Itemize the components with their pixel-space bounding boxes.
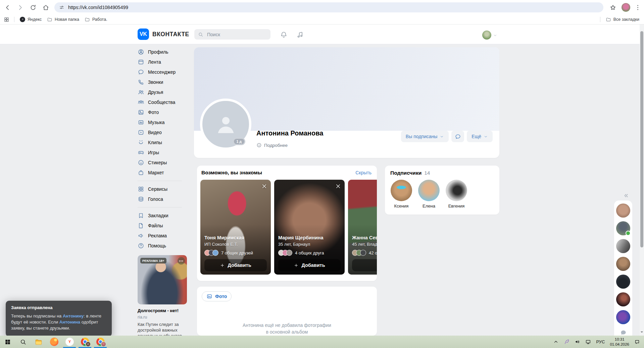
sidebar-item-bookmarks[interactable]: Закладки	[138, 211, 193, 221]
taskbar-search-button[interactable]	[15, 336, 31, 348]
chat-bubble-icon[interactable]	[620, 329, 627, 336]
rail-avatar[interactable]	[616, 275, 630, 289]
notifications-bell-icon[interactable]	[280, 31, 288, 39]
follower-item[interactable]: Ксения	[390, 180, 412, 209]
start-button[interactable]	[0, 336, 15, 348]
sidebar-item-profile[interactable]: Профиль	[138, 47, 193, 57]
reload-button[interactable]	[28, 2, 38, 13]
sidebar-item-messenger[interactable]: Мессенджер	[138, 67, 193, 77]
suggestion-name[interactable]: Жанна Севе	[352, 235, 377, 240]
add-friend-button[interactable]: Добавить	[278, 259, 341, 271]
url-input[interactable]	[67, 4, 599, 10]
sidebar-item-music[interactable]: Музыка	[138, 117, 193, 127]
suggestion-card[interactable]: Тоня Миримская ИП Соколов Е.Т. 7 общих д…	[200, 180, 271, 275]
profile-details-link[interactable]: Подробнее	[256, 142, 288, 148]
scrollbar-track[interactable]	[640, 24, 644, 336]
sidebar-item-market[interactable]: Маркет	[138, 168, 193, 178]
close-icon[interactable]	[261, 183, 267, 189]
site-settings-icon[interactable]	[59, 5, 64, 10]
chrome-button[interactable]: O	[77, 336, 93, 348]
follower-avatar[interactable]	[391, 180, 412, 201]
sidebar-item-files[interactable]: Файлы	[138, 221, 193, 231]
all-bookmarks-button[interactable]: Все закладки	[606, 17, 639, 22]
vk-logo[interactable]: VK ВКОНТАКТЕ	[138, 28, 189, 40]
vk-user-avatar[interactable]	[482, 31, 491, 40]
home-button[interactable]	[40, 2, 51, 13]
ad-block[interactable]: РЕКЛАМА 18+ ••• Долгостроям - нет! ria.r…	[138, 255, 187, 339]
music-icon[interactable]	[296, 31, 304, 39]
suggestion-name[interactable]: Тоня Миримская	[204, 235, 267, 240]
sidebar-item-votes[interactable]: Голоса	[138, 194, 193, 204]
firefox-button[interactable]	[46, 336, 62, 348]
followers-title[interactable]: Подписчики	[390, 170, 422, 176]
rail-avatar[interactable]	[616, 204, 630, 218]
follower-item[interactable]: Елена	[418, 180, 440, 209]
rail-avatar[interactable]	[616, 310, 630, 324]
follower-item[interactable]: Евгения	[445, 180, 467, 209]
scrollbar-thumb[interactable]	[640, 31, 643, 247]
feather-tray-icon[interactable]	[564, 339, 569, 345]
taskbar-clock[interactable]: 10:31 01.04.2026	[610, 337, 629, 347]
bookmark-yandex[interactable]: Яндекс	[20, 17, 42, 22]
sidebar-item-communities[interactable]: Сообщества	[138, 97, 193, 107]
scrollbar-down-arrow[interactable]	[640, 329, 644, 333]
ad-title[interactable]: Долгостроям - нет!	[138, 308, 187, 313]
sidebar-item-feed[interactable]: Лента	[138, 57, 193, 67]
action-center-icon[interactable]	[634, 339, 640, 345]
followed-button[interactable]: Вы подписаны	[401, 131, 449, 142]
rail-avatar[interactable]	[616, 239, 630, 253]
more-button[interactable]: Ещё	[467, 131, 493, 142]
suggestion-card[interactable]: Жанна Севе 45 лет, Влад 42 о Д	[348, 180, 377, 275]
message-button[interactable]	[451, 131, 464, 142]
volume-icon[interactable]	[575, 339, 580, 345]
network-icon[interactable]	[585, 339, 591, 345]
file-explorer-button[interactable]	[31, 336, 46, 348]
yandex-browser-button[interactable]: Y	[62, 336, 77, 348]
sidebar-item-services[interactable]: Сервисы	[138, 184, 193, 194]
tray-expand-icon[interactable]	[553, 339, 559, 345]
photos-tab-chip[interactable]: Фото	[202, 291, 232, 301]
language-indicator[interactable]: РУС	[596, 339, 605, 344]
close-icon[interactable]	[335, 183, 341, 189]
sidebar-item-video[interactable]: Видео	[138, 127, 193, 137]
rail-avatar[interactable]	[616, 292, 630, 306]
bookmark-folder-new[interactable]: Новая папка	[47, 17, 79, 22]
hide-link[interactable]: Скрыть	[355, 170, 371, 175]
follower-avatar[interactable]	[418, 180, 440, 201]
apps-grid-icon[interactable]	[4, 17, 9, 22]
suggestion-card[interactable]: Мария Щербинина 35 лет, Барнаул 4 общих …	[274, 180, 345, 275]
chrome-button-2[interactable]	[93, 336, 108, 348]
toast-link[interactable]: Антонину	[63, 313, 84, 318]
ad-options-button[interactable]: •••	[178, 257, 185, 265]
sidebar-item-games[interactable]: Игры	[138, 148, 193, 158]
sidebar-item-calls[interactable]: Звонки	[138, 77, 193, 87]
toast-link[interactable]: Антонина	[59, 320, 80, 325]
rail-avatar[interactable]	[616, 221, 630, 235]
sidebar-item-friends[interactable]: Друзья	[138, 87, 193, 97]
back-button[interactable]	[2, 2, 13, 13]
sidebar-item-photos[interactable]: Фото	[138, 107, 193, 117]
suggestions-row[interactable]: Тоня Миримская ИП Соколов Е.Т. 7 общих д…	[200, 180, 377, 275]
browser-menu-button[interactable]	[632, 2, 643, 13]
forward-button[interactable]	[15, 2, 26, 13]
search-input[interactable]	[206, 32, 261, 38]
chevron-down-icon[interactable]	[493, 33, 497, 38]
profile-avatar[interactable]: 1 д	[200, 99, 251, 150]
bookmark-folder-work[interactable]: Работа.	[85, 17, 107, 22]
address-bar[interactable]	[54, 2, 603, 12]
sidebar-item-clips[interactable]: Клипы	[138, 137, 193, 148]
sidebar-item-help[interactable]: Помощь	[138, 241, 193, 251]
sidebar-item-stickers[interactable]: Стикеры	[138, 158, 193, 168]
rail-avatar[interactable]	[616, 257, 630, 271]
bookmark-star-button[interactable]	[607, 2, 618, 13]
browser-profile-avatar[interactable]	[622, 3, 630, 12]
search-box[interactable]	[194, 29, 270, 40]
sidebar-item-ads[interactable]: Реклама	[138, 231, 193, 241]
collapse-rail-icon[interactable]	[623, 192, 629, 199]
toast-notification[interactable]: Заявка отправлена Теперь вы подписаны на…	[6, 301, 112, 337]
follower-avatar[interactable]	[446, 180, 467, 201]
ad-image[interactable]: РЕКЛАМА 18+ •••	[138, 255, 187, 304]
add-friend-button[interactable]: Д	[352, 259, 377, 271]
add-friend-button[interactable]: Добавить	[204, 259, 267, 271]
suggestion-name[interactable]: Мария Щербинина	[278, 235, 341, 240]
